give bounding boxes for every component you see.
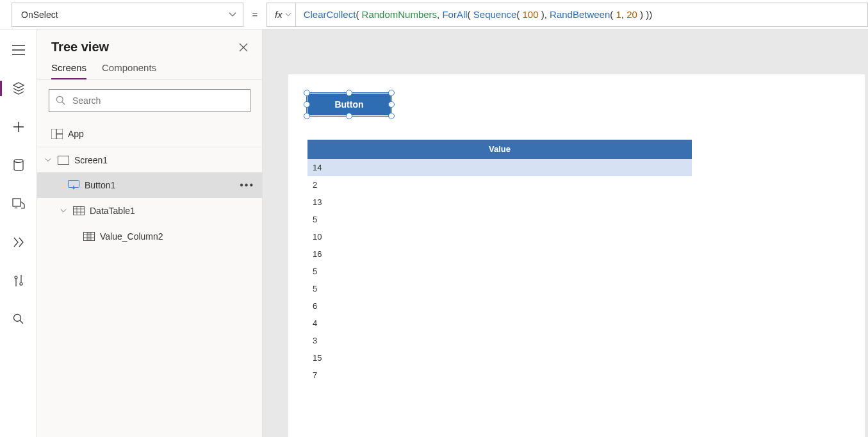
svg-point-0: [14, 160, 23, 163]
media-icon[interactable]: [0, 195, 37, 213]
datatable-row[interactable]: 2: [307, 176, 692, 194]
tree-node-label: DataTable1: [90, 206, 135, 216]
search-icon: [56, 95, 66, 106]
table-icon: [73, 206, 85, 215]
canvas-button-control[interactable]: Button: [307, 94, 391, 115]
svg-rect-11: [74, 207, 85, 215]
datatable-row[interactable]: 16: [307, 245, 692, 263]
chevron-down-icon: [285, 12, 291, 18]
left-rail: [0, 29, 37, 437]
property-dropdown[interactable]: OnSelect: [12, 3, 243, 27]
search-icon[interactable]: [0, 310, 37, 328]
tree-title: Tree view: [51, 40, 109, 54]
tree-node-screen[interactable]: Screen1: [37, 147, 262, 172]
search-input[interactable]: Search: [49, 89, 250, 112]
design-surface[interactable]: Button Value 142135101655643157: [288, 74, 865, 437]
tree-view-icon[interactable]: [0, 79, 37, 97]
formula-bar: OnSelect = fx ClearCollect( RandomNumber…: [0, 0, 868, 29]
fx-button[interactable]: fx: [266, 3, 296, 27]
variables-icon[interactable]: [0, 233, 37, 251]
datatable-row[interactable]: 6: [307, 297, 692, 315]
datatable-row[interactable]: 4: [307, 315, 692, 332]
svg-point-2: [15, 276, 17, 279]
tree-node-button[interactable]: Button1 •••: [37, 172, 262, 198]
close-icon[interactable]: [239, 43, 248, 52]
datatable-row[interactable]: 5: [307, 211, 692, 228]
svg-rect-1: [13, 199, 20, 206]
svg-point-5: [56, 96, 63, 103]
datatable-row[interactable]: 7: [307, 367, 692, 384]
property-dropdown-value: OnSelect: [21, 10, 58, 20]
data-icon[interactable]: [0, 156, 37, 174]
tree-node-label: Screen1: [74, 155, 108, 165]
svg-point-3: [20, 283, 22, 285]
datatable-header: Value: [307, 140, 692, 159]
tree-node-label: Value_Column2: [100, 231, 163, 242]
hamburger-icon[interactable]: [0, 41, 37, 59]
datatable-row[interactable]: 5: [307, 263, 692, 280]
tree-node-column[interactable]: Value_Column2: [37, 224, 262, 249]
canvas-area[interactable]: Button Value 142135101655643157: [263, 29, 868, 437]
tree-node-datatable[interactable]: DataTable1: [37, 198, 262, 224]
formula-input[interactable]: ClearCollect( RandomNumbers, ForAll( Seq…: [296, 3, 868, 27]
svg-rect-7: [56, 129, 63, 134]
datatable-row[interactable]: 15: [307, 349, 692, 367]
app-icon: [51, 129, 63, 139]
datatable-row[interactable]: 13: [307, 194, 692, 211]
svg-point-4: [13, 315, 20, 322]
tree-node-label: Button1: [85, 180, 115, 190]
column-icon: [83, 232, 95, 241]
canvas-datatable-control[interactable]: Value 142135101655643157: [307, 140, 692, 384]
svg-rect-6: [51, 129, 56, 139]
svg-rect-8: [56, 134, 63, 139]
more-icon[interactable]: •••: [240, 179, 254, 191]
tree-panel: Tree view Screens Components Search App: [37, 29, 263, 437]
fx-icon: fx: [275, 9, 283, 20]
chevron-down-icon: [45, 157, 53, 163]
equals-label: =: [243, 9, 266, 20]
svg-rect-13: [87, 232, 91, 241]
screen-icon: [58, 156, 69, 165]
datatable-row[interactable]: 14: [307, 159, 692, 176]
chevron-down-icon: [60, 208, 68, 214]
tab-screens[interactable]: Screens: [51, 62, 86, 79]
tab-components[interactable]: Components: [102, 62, 156, 79]
tools-icon[interactable]: [0, 272, 37, 290]
svg-rect-9: [58, 156, 69, 164]
button-control-icon: [68, 180, 79, 190]
insert-icon[interactable]: [0, 118, 37, 136]
datatable-row[interactable]: 5: [307, 280, 692, 297]
datatable-row[interactable]: 3: [307, 332, 692, 349]
tree-node-app[interactable]: App: [37, 121, 262, 147]
search-placeholder: Search: [72, 95, 101, 106]
datatable-row[interactable]: 10: [307, 228, 692, 245]
chevron-down-icon: [229, 11, 236, 19]
tree-node-label: App: [68, 129, 84, 139]
